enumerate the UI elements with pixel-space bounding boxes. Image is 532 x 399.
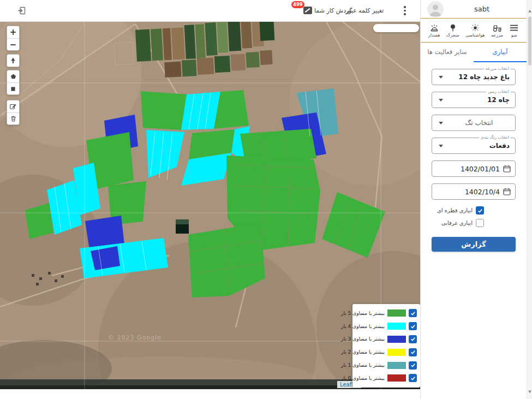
workflow-icon[interactable] [303, 7, 312, 14]
tab-irrigation[interactable]: آبیاری [474, 43, 527, 62]
legend-label: بیشتر یا مساوی 4 بار [341, 324, 385, 329]
rectangle-tool-icon[interactable] [7, 82, 19, 94]
legend-checkbox[interactable] [409, 361, 417, 370]
flood-irrigation-label: ابیاری غرقابی [441, 220, 473, 226]
start-date-value: 1402/01/01 [461, 165, 500, 173]
legend-row: بیشتر یا مساوی 3 بار [356, 333, 417, 346]
nav-item-alert[interactable]: هشدار [428, 23, 440, 38]
legend-swatch [387, 362, 406, 369]
nav-label: هواشناسی [465, 33, 485, 38]
end-date-value: 1402/10/4 [465, 188, 500, 196]
siren-icon [429, 23, 439, 32]
legend-label: بیشتر یا مساوی 2 بار [341, 349, 385, 355]
flood-irrigation-checkbox[interactable] [476, 219, 484, 227]
marker-tool-icon[interactable] [7, 55, 19, 67]
land-select-label: انتخاب زمین [486, 89, 511, 94]
nav-item-farm[interactable]: مزرعه [491, 23, 503, 38]
nav-item-weather[interactable]: هواشناسی [465, 23, 485, 38]
calendar-icon [503, 165, 511, 172]
chevron-down-icon [439, 99, 443, 102]
scroll-up-icon[interactable]: ▲ [528, 9, 532, 13]
nav-label: متحرک [446, 33, 459, 38]
legend-label: بیشتر یا مساوی 1 بار [341, 362, 385, 368]
legend-row: بیشتر یا مساوی 5 بار [356, 307, 417, 320]
legend-row: بیشتر یا مساوی 2 بار [356, 346, 417, 359]
scroll-down-icon[interactable]: ▼ [528, 390, 532, 394]
tab-other-activities[interactable]: سایر فعالیت ها [421, 43, 474, 62]
sidebar: sabt منو مزرعه [420, 0, 527, 399]
drip-irrigation-row: ابیاری قطره ای [432, 206, 516, 215]
legend-checkbox[interactable] [409, 309, 417, 317]
chevron-down-icon [439, 122, 443, 124]
scrollbar-thumb[interactable] [528, 16, 531, 65]
legend-checkbox[interactable] [409, 322, 417, 330]
legend-label: بیشتر یا مساوی 3 بار [341, 336, 385, 342]
legend-swatch [387, 309, 406, 317]
topbar: 499 گردش کار شما تغییر کلمه عبور [0, 0, 420, 22]
menu-icon [509, 23, 519, 32]
overflow-menu-icon[interactable] [404, 6, 406, 16]
farm-management-app: 499 گردش کار شما تغییر کلمه عبور [0, 0, 532, 399]
username: sabt [474, 5, 489, 13]
edit-delete-control [7, 100, 20, 125]
legend-swatch [387, 336, 406, 343]
sidebar-nav: منو مزرعه هوا [421, 19, 527, 43]
calendar-icon [503, 188, 511, 195]
sidebar-header: sabt [421, 0, 527, 19]
sidebar-form: انتخاب مزرعه باغ جدید چاه 12 انتخاب زمین… [421, 62, 527, 252]
draw-marker-control [7, 54, 20, 67]
drip-irrigation-label: ابیاری قطره ای [437, 207, 473, 213]
coloring-select-label: انتخاب رنگ بندی [479, 135, 511, 140]
nav-item-menu[interactable]: منو [509, 23, 519, 38]
legend-swatch [387, 349, 406, 356]
legend-checkbox[interactable] [409, 335, 417, 343]
sun-icon [470, 23, 480, 32]
legend-row: بیشتر یا مساوی 4 بار [356, 320, 417, 333]
nav-item-animated[interactable]: متحرک [446, 23, 459, 38]
draw-shapes-control [7, 70, 20, 95]
zoom-control: + − [7, 26, 20, 51]
legend-checkbox[interactable] [409, 348, 417, 356]
legend-label: بیشتر یا مساوی 5 بار [341, 311, 385, 316]
legend-row: بیشتر یا مساوی 0 بار [356, 372, 417, 385]
chevron-down-icon [439, 145, 443, 147]
change-password-link[interactable]: تغییر کلمه عبور [345, 0, 384, 22]
report-button[interactable]: گزارش [432, 237, 516, 252]
legend-row: بیشتر یا مساوی 1 بار [356, 359, 417, 372]
land-select[interactable]: انتخاب زمین چاه 12 [432, 92, 516, 108]
map-search-box[interactable] [373, 24, 419, 32]
end-date-field[interactable]: 1402/10/4 [432, 183, 516, 200]
delete-tool-icon[interactable] [7, 112, 19, 124]
farm-select-label: انتخاب مزرعه [484, 66, 511, 72]
zoom-in-button[interactable]: + [7, 26, 19, 38]
nav-label: هشدار [428, 33, 440, 38]
drip-irrigation-checkbox[interactable] [476, 206, 484, 215]
notification-badge: 499 [291, 1, 304, 8]
tag-select-value: انتخاب تگ [443, 119, 515, 127]
nav-label: منو [511, 33, 517, 38]
legend-swatch [387, 323, 406, 330]
edit-tool-icon[interactable] [7, 100, 19, 112]
tag-select[interactable]: انتخاب تگ [432, 115, 516, 131]
legend-swatch [387, 374, 406, 382]
map-area[interactable]: + − [0, 22, 420, 389]
chevron-down-icon [439, 76, 443, 79]
page-scrollbar[interactable]: ▲ ▼ [527, 0, 532, 399]
nav-label: مزرعه [491, 33, 503, 38]
farm-select-value: باغ جدید چاه 12 [443, 73, 515, 81]
flood-irrigation-row: ابیاری غرقابی [432, 219, 516, 227]
legend-label: بیشتر یا مساوی 0 بار [341, 376, 385, 381]
avatar[interactable] [427, 1, 444, 17]
exit-icon[interactable] [17, 7, 26, 15]
land-select-value: چاه 12 [443, 96, 515, 104]
coloring-select[interactable]: انتخاب رنگ بندی دفعات [432, 138, 516, 154]
map-legend: بیشتر یا مساوی 5 بار بیشتر یا مساوی 4 با… [352, 304, 420, 388]
farm-select[interactable]: انتخاب مزرعه باغ جدید چاه 12 [432, 69, 516, 85]
polygon-tool-icon[interactable] [7, 70, 19, 82]
start-date-field[interactable]: 1402/01/01 [432, 160, 516, 177]
zoom-out-button[interactable]: − [7, 38, 19, 50]
imagery-watermark: © 2023 Google [108, 334, 162, 341]
legend-checkbox[interactable] [409, 374, 417, 382]
tree-icon [449, 23, 457, 32]
tractor-icon [492, 23, 503, 32]
